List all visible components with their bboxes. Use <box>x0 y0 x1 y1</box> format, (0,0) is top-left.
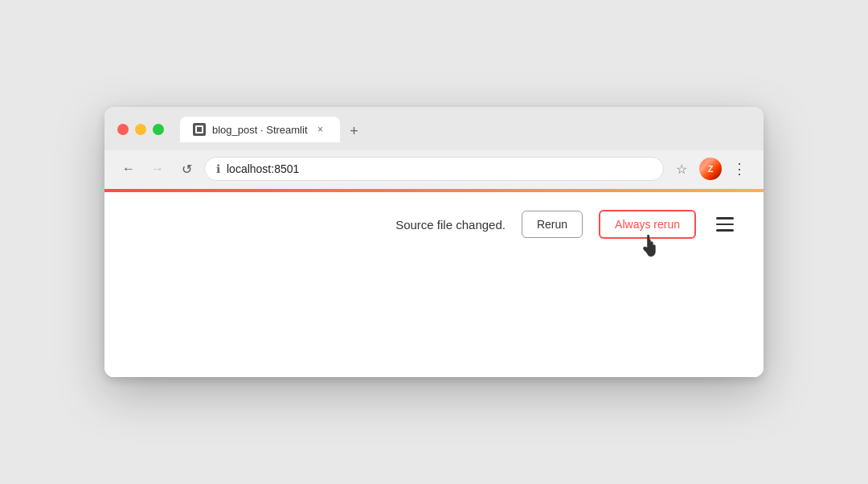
browser-window: blog_post · Streamlit × + ← → ↺ ℹ localh… <box>104 107 764 377</box>
notification-message: Source file changed. <box>395 218 506 232</box>
profile-avatar: Z <box>699 158 722 180</box>
tabs-area: blog_post · Streamlit × + <box>180 117 366 142</box>
address-bar-row: ← → ↺ ℹ localhost:8501 ☆ Z ⋮ <box>104 150 764 189</box>
title-bar-top: blog_post · Streamlit × + <box>117 117 751 142</box>
always-rerun-button[interactable]: Always rerun <box>599 210 696 239</box>
reload-button[interactable]: ↺ <box>175 158 198 180</box>
tab-favicon-icon <box>195 125 203 133</box>
page-content-area <box>104 256 764 377</box>
tab-favicon <box>193 123 206 136</box>
hamburger-line-2 <box>716 224 734 226</box>
browser-content: Source file changed. Rerun Always rerun <box>104 189 764 377</box>
minimize-window-button[interactable] <box>135 124 146 135</box>
info-icon: ℹ <box>216 162 220 175</box>
close-window-button[interactable] <box>117 124 129 135</box>
tab-title: blog_post · Streamlit <box>212 124 308 136</box>
rerun-button[interactable]: Rerun <box>522 211 583 238</box>
bookmark-button[interactable]: ☆ <box>670 158 693 180</box>
profile-initials: Z <box>708 164 714 174</box>
maximize-window-button[interactable] <box>153 124 164 135</box>
tab-close-button[interactable]: × <box>314 123 327 136</box>
address-field[interactable]: ℹ localhost:8501 <box>204 157 664 181</box>
active-tab[interactable]: blog_post · Streamlit × <box>180 117 340 142</box>
hamburger-line-1 <box>716 217 734 219</box>
forward-button[interactable]: → <box>146 158 169 180</box>
more-options-button[interactable]: ⋮ <box>728 158 751 180</box>
back-button[interactable]: ← <box>117 158 140 180</box>
new-tab-button[interactable]: + <box>343 120 366 142</box>
notification-bar: Source file changed. Rerun Always rerun <box>104 192 764 256</box>
title-bar: blog_post · Streamlit × + <box>104 107 764 150</box>
url-display: localhost:8501 <box>227 162 652 175</box>
window-controls <box>117 124 164 135</box>
hamburger-menu-button[interactable] <box>712 211 738 237</box>
always-rerun-wrapper: Always rerun <box>599 210 696 239</box>
profile-button[interactable]: Z <box>699 158 722 180</box>
hamburger-line-3 <box>716 229 734 232</box>
